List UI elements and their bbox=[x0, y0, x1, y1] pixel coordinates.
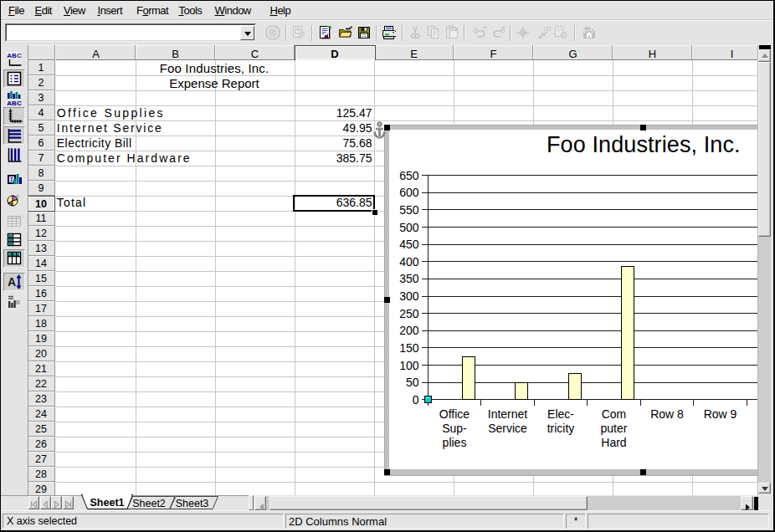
svg-text:Σ: Σ bbox=[10, 176, 13, 182]
svg-text:ABC: ABC bbox=[7, 52, 22, 59]
svg-text:Sheet3: Sheet3 bbox=[176, 498, 209, 509]
svg-text:Sheet1: Sheet1 bbox=[90, 497, 125, 509]
svg-text:Sheet2: Sheet2 bbox=[132, 498, 166, 509]
svg-text:A: A bbox=[8, 275, 16, 289]
svg-text:ABC: ABC bbox=[7, 100, 22, 106]
